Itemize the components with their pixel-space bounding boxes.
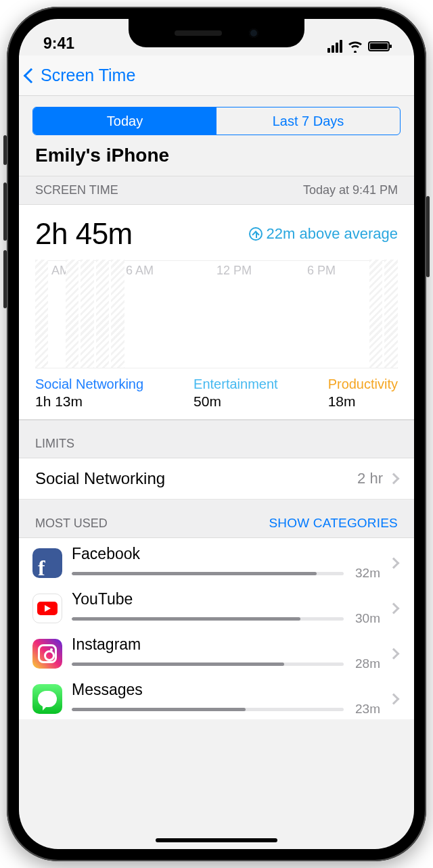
app-name: Facebook <box>72 545 380 566</box>
chevron-right-icon <box>388 602 400 614</box>
usage-bar <box>72 617 344 621</box>
app-row-instagram[interactable]: Instagram28m <box>19 629 414 674</box>
chart-hour-bar <box>384 260 397 368</box>
legend-productivity-time: 18m <box>328 392 398 410</box>
screen-time-card[interactable]: 2h 45m 22m above average 12 AM 6 AM 12 P… <box>19 205 414 420</box>
chevron-right-icon <box>388 693 400 704</box>
range-segmented-control: Today Last 7 Days <box>32 107 401 135</box>
screen-time-section-header: SCREEN TIME Today at 9:41 PM <box>19 176 414 205</box>
average-delta-text: 22m above average <box>267 225 398 243</box>
chevron-left-icon <box>24 68 39 83</box>
section-title: MOST USED <box>35 516 108 531</box>
arrow-up-circle-icon <box>249 227 263 241</box>
youtube-icon <box>32 594 62 623</box>
legend-social-time: 1h 13m <box>35 392 143 410</box>
app-name: Messages <box>72 681 380 702</box>
device-title: Emily's iPhone <box>19 145 414 176</box>
usage-time: 28m <box>349 656 380 671</box>
chart-hour-bar <box>96 260 109 368</box>
usage-time: 23m <box>349 702 380 717</box>
tab-today[interactable]: Today <box>33 107 216 135</box>
average-delta: 22m above average <box>249 225 398 243</box>
usage-bar <box>72 708 344 711</box>
legend-productivity-label: Productivity <box>328 377 398 392</box>
app-row-facebook[interactable]: Facebook32m <box>19 538 414 583</box>
section-title: LIMITS <box>35 437 74 451</box>
limits-section-header: LIMITS <box>19 420 414 458</box>
limit-name: Social Networking <box>35 469 165 488</box>
app-row-messages[interactable]: Messages23m <box>19 674 414 719</box>
messages-icon <box>32 684 62 714</box>
chevron-right-icon <box>388 648 400 659</box>
cellular-signal-icon <box>327 40 342 53</box>
usage-bar <box>72 572 344 575</box>
usage-chart: 12 AM 6 AM 12 PM 6 PM <box>35 260 398 368</box>
chart-hour-bar <box>111 260 124 368</box>
chart-hour-bar <box>81 260 93 368</box>
chart-legend: Social Networking1h 13m Entertainment50m… <box>35 368 398 410</box>
tab-last-7-days[interactable]: Last 7 Days <box>216 107 400 135</box>
app-name: Instagram <box>72 635 380 656</box>
home-indicator[interactable] <box>156 838 277 842</box>
instagram-icon <box>32 639 62 669</box>
section-title: SCREEN TIME <box>35 183 118 197</box>
chart-hour-bar <box>35 260 48 368</box>
legend-entertainment-label: Entertainment <box>193 377 278 392</box>
chevron-right-icon <box>388 473 400 485</box>
nav-bar: Screen Time <box>19 55 414 96</box>
wifi-icon <box>348 41 363 53</box>
show-categories-button[interactable]: SHOW CATEGORIES <box>269 516 398 531</box>
most-used-section-header: MOST USED SHOW CATEGORIES <box>19 500 414 538</box>
facebook-icon <box>32 548 62 578</box>
legend-social-label: Social Networking <box>35 377 143 392</box>
chart-hour-bar <box>66 260 78 368</box>
back-button[interactable]: Screen Time <box>26 66 135 85</box>
app-row-youtube[interactable]: YouTube30m <box>19 583 414 629</box>
section-subtitle: Today at 9:41 PM <box>303 183 398 197</box>
limit-time: 2 hr <box>357 470 383 487</box>
status-time: 9:41 <box>43 34 74 53</box>
chart-hour-bar <box>369 260 382 368</box>
total-screen-time: 2h 45m <box>35 217 133 251</box>
usage-time: 30m <box>349 611 380 626</box>
chevron-right-icon <box>388 557 400 569</box>
usage-time: 32m <box>349 566 380 581</box>
app-name: YouTube <box>72 590 380 611</box>
legend-entertainment-time: 50m <box>193 392 278 410</box>
battery-icon <box>368 41 390 51</box>
limit-row-social-networking[interactable]: Social Networking 2 hr <box>19 458 414 500</box>
usage-bar <box>72 662 344 666</box>
back-label: Screen Time <box>41 66 135 85</box>
